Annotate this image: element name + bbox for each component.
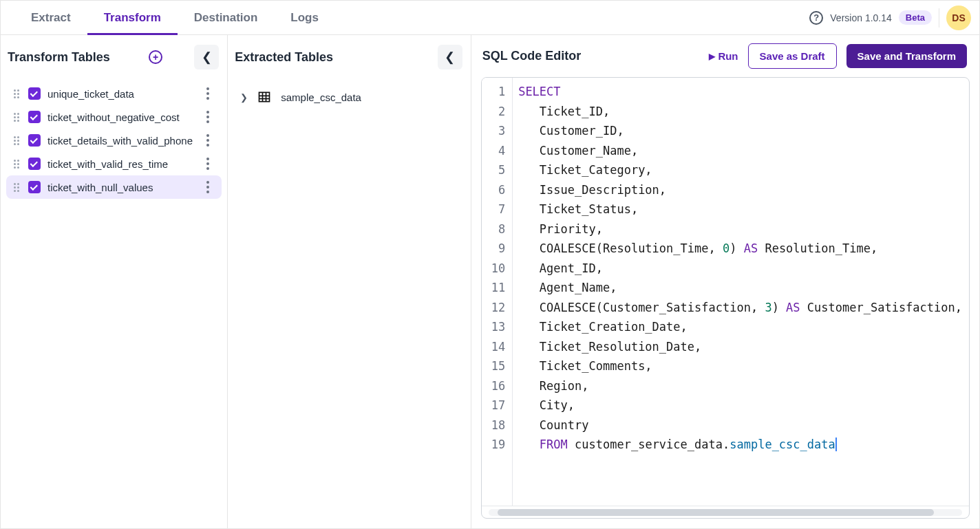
chevron-left-icon: ❮ bbox=[202, 50, 212, 65]
checkmark-icon bbox=[30, 136, 38, 144]
more-options-button[interactable] bbox=[200, 158, 216, 170]
transform-tables-panel: Transform Tables + ❮ unique_ticket_datat… bbox=[1, 35, 228, 528]
drag-handle-icon[interactable] bbox=[12, 113, 21, 122]
add-transform-table-button[interactable]: + bbox=[147, 49, 164, 65]
extracted-table-name: sample_csc_data bbox=[281, 91, 361, 103]
transform-table-item[interactable]: ticket_with_null_values bbox=[6, 175, 222, 199]
collapse-extracted-panel-button[interactable]: ❮ bbox=[438, 45, 462, 69]
transform-table-item[interactable]: ticket_details_with_valid_phone bbox=[6, 129, 222, 152]
checkmark-icon bbox=[30, 183, 38, 191]
drag-handle-icon[interactable] bbox=[12, 136, 21, 145]
table-name-label: ticket_with_valid_res_time bbox=[47, 158, 200, 170]
tab-destination[interactable]: Destination bbox=[178, 1, 275, 34]
extracted-tables-title: Extracted Tables bbox=[235, 50, 333, 65]
divider bbox=[939, 8, 939, 28]
tab-transform[interactable]: Transform bbox=[87, 1, 178, 34]
transform-table-item[interactable]: ticket_without_negative_cost bbox=[6, 105, 222, 129]
transform-table-item[interactable]: ticket_with_valid_res_time bbox=[6, 152, 222, 175]
tab-bar: Extract Transform Destination Logs ? Ver… bbox=[1, 1, 979, 35]
table-name-label: ticket_with_null_values bbox=[47, 182, 200, 193]
checkbox[interactable] bbox=[28, 134, 41, 147]
avatar[interactable]: DS bbox=[946, 6, 971, 30]
drag-handle-icon[interactable] bbox=[12, 183, 21, 192]
code-editor[interactable]: 12345678910111213141516171819 SELECT Tic… bbox=[481, 77, 970, 519]
drag-handle-icon[interactable] bbox=[12, 89, 21, 98]
checkbox[interactable] bbox=[28, 87, 41, 100]
code-content[interactable]: SELECT Ticket_ID, Customer_ID, Customer_… bbox=[513, 78, 969, 506]
collapse-transform-panel-button[interactable]: ❮ bbox=[194, 45, 219, 69]
plus-circle-icon: + bbox=[149, 50, 162, 64]
checkmark-icon bbox=[30, 89, 38, 97]
extracted-table-item[interactable]: ❯sample_csc_data bbox=[235, 83, 463, 111]
checkbox[interactable] bbox=[28, 158, 41, 170]
tab-logs[interactable]: Logs bbox=[274, 1, 335, 34]
more-options-button[interactable] bbox=[200, 111, 216, 123]
beta-badge: Beta bbox=[899, 10, 932, 25]
sql-editor-title: SQL Code Editor bbox=[482, 49, 582, 63]
table-icon bbox=[257, 90, 271, 104]
checkbox[interactable] bbox=[28, 181, 41, 193]
checkbox[interactable] bbox=[28, 111, 41, 123]
extracted-tables-list: ❯sample_csc_data bbox=[228, 79, 470, 115]
table-name-label: ticket_details_with_valid_phone bbox=[47, 135, 200, 147]
horizontal-scrollbar[interactable] bbox=[482, 506, 969, 518]
sql-editor-panel: SQL Code Editor Run Save as Draft Save a… bbox=[471, 35, 979, 528]
extracted-tables-panel: Extracted Tables ❮ ❯sample_csc_data bbox=[228, 35, 471, 528]
table-name-label: ticket_without_negative_cost bbox=[47, 111, 200, 123]
chevron-left-icon: ❮ bbox=[445, 50, 455, 65]
help-icon[interactable]: ? bbox=[809, 11, 823, 25]
transform-tables-title: Transform Tables bbox=[8, 50, 110, 65]
run-button[interactable]: Run bbox=[709, 50, 738, 62]
transform-tables-list: unique_ticket_dataticket_without_negativ… bbox=[1, 79, 227, 202]
line-gutter: 12345678910111213141516171819 bbox=[482, 78, 513, 506]
more-options-button[interactable] bbox=[200, 181, 216, 193]
svg-rect-0 bbox=[259, 92, 270, 101]
transform-table-item[interactable]: unique_ticket_data bbox=[6, 82, 222, 105]
checkmark-icon bbox=[30, 160, 38, 167]
version-label: Version 1.0.14 bbox=[830, 12, 892, 23]
more-options-button[interactable] bbox=[200, 87, 216, 100]
chevron-right-icon[interactable]: ❯ bbox=[240, 92, 248, 102]
table-name-label: unique_ticket_data bbox=[47, 88, 200, 100]
save-transform-button[interactable]: Save and Transform bbox=[846, 44, 967, 68]
save-draft-button[interactable]: Save as Draft bbox=[748, 43, 837, 69]
checkmark-icon bbox=[30, 113, 38, 120]
more-options-button[interactable] bbox=[200, 134, 216, 147]
drag-handle-icon[interactable] bbox=[12, 160, 21, 169]
tab-extract[interactable]: Extract bbox=[14, 1, 87, 34]
